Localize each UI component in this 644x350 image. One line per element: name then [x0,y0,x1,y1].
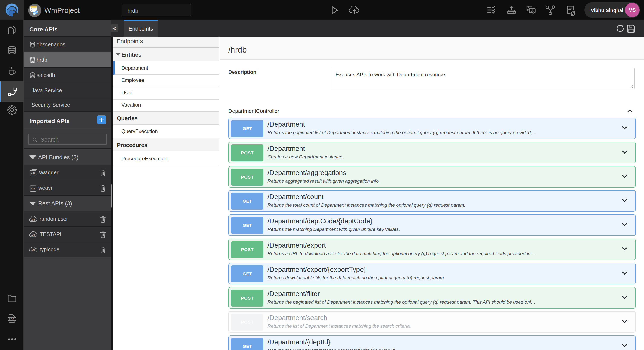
svg-text:API: API [31,219,35,221]
svg-text:API: API [31,187,35,190]
svg-text:LOG: LOG [9,318,14,321]
svg-text:API: API [31,234,35,236]
svg-text:API: API [31,249,35,252]
svg-text:API: API [31,172,35,175]
